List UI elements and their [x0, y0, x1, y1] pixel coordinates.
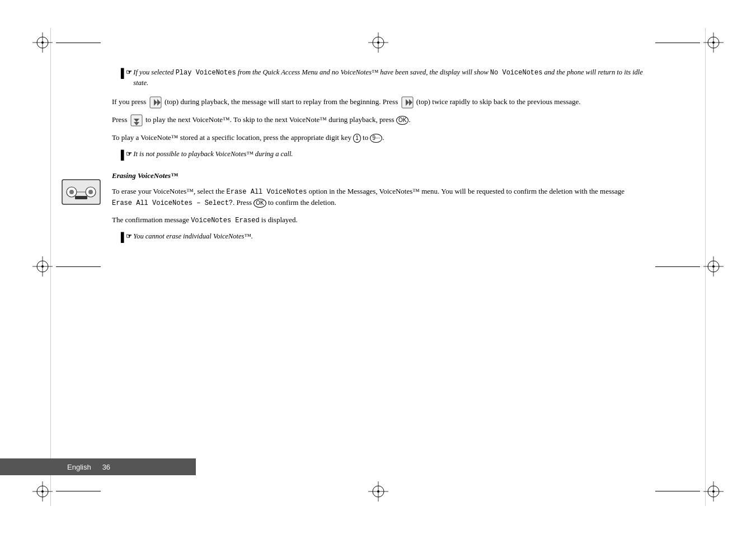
note-finger-icon-1: ☞ — [126, 67, 132, 77]
svg-point-36 — [88, 190, 93, 194]
note-text-3: You cannot erase individual VoiceNotes™. — [133, 231, 253, 241]
digit-key-9-inline: 9··· — [370, 134, 382, 143]
note-block-1: ▐ ☞ If you selected Play VoiceNotes from… — [112, 67, 644, 88]
reg-mark-top-left — [32, 32, 53, 53]
recorder-icon — [62, 179, 101, 207]
page-number: 36 — [102, 463, 110, 471]
erasing-para-2: The confirmation message VoiceNotes Eras… — [112, 214, 644, 226]
note-icon-1: ▐ — [118, 67, 124, 79]
note-finger-icon-3: ☞ — [126, 231, 132, 241]
bottom-bar: English 36 — [0, 458, 196, 475]
hline-bot-left — [56, 491, 101, 491]
reg-mark-top-right — [703, 32, 724, 53]
hline-top-left — [56, 43, 101, 43]
section-heading-erasing: Erasing VoiceNotes™ — [112, 170, 644, 181]
note-icon-2: ▐ — [118, 149, 124, 161]
erasing-para-1: To erase your VoiceNotes™, select the Er… — [112, 186, 644, 209]
para-3: To play a VoiceNote™ stored at a specifi… — [112, 132, 644, 143]
hline-top-right — [655, 43, 700, 43]
hline-mid-right — [655, 266, 700, 267]
note-finger-icon-2: ☞ — [126, 149, 132, 159]
hline-bot-right — [655, 491, 700, 491]
reg-mark-bot-right — [703, 481, 724, 502]
note-icon-3: ▐ — [118, 231, 124, 243]
language-label: English — [67, 463, 91, 471]
ok-button-inline-1: OK — [396, 116, 408, 125]
note-text-2: It is not possible to playback VoiceNote… — [133, 149, 293, 159]
svg-rect-38 — [75, 196, 87, 199]
reg-mark-top-center — [368, 32, 388, 53]
para-2: Press to play the next VoiceNote™. To sk… — [112, 114, 644, 127]
hline-mid-left — [56, 266, 101, 267]
para-1: If you press (top) during playback, the … — [112, 96, 644, 109]
ok-button-inline-2: OK — [253, 199, 266, 208]
note-block-2: ▐ ☞ It is not possible to playback Voice… — [112, 149, 644, 161]
reg-mark-bot-left — [32, 481, 53, 502]
svg-point-34 — [69, 190, 74, 194]
reg-mark-bot-center — [368, 481, 388, 502]
reg-mark-mid-left — [32, 256, 53, 277]
content-area: ▐ ☞ If you selected Play VoiceNotes from… — [112, 67, 644, 444]
digit-key-1-inline: 1 — [353, 134, 361, 143]
reg-mark-mid-right — [703, 256, 724, 277]
page: ▐ ☞ If you selected Play VoiceNotes from… — [0, 0, 756, 534]
note-block-3: ▐ ☞ You cannot erase individual VoiceNot… — [112, 231, 644, 243]
note-text-1: If you selected Play VoiceNotes from the… — [133, 67, 644, 88]
